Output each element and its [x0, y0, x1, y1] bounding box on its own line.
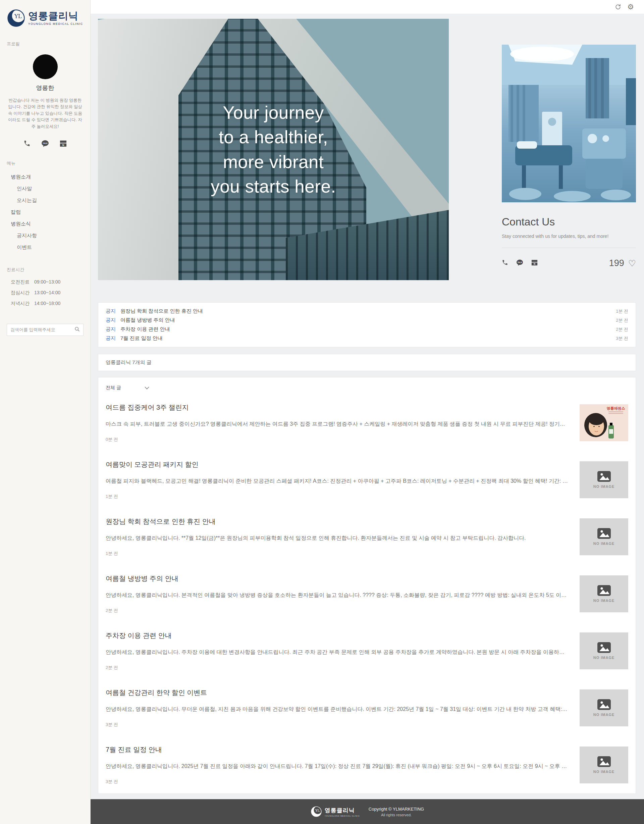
refresh-icon[interactable] — [615, 4, 621, 10]
post-time: 3분 전 — [106, 722, 570, 728]
search-box[interactable] — [7, 324, 83, 336]
post-excerpt: 안녕하세요, 영롱클리닉입니다. 무더운 여름철, 지친 몸과 마음을 위해 건… — [106, 706, 569, 713]
avatar[interactable] — [33, 54, 58, 79]
footer-copyright: Copyright © YLMARKETING All rights reser… — [369, 807, 424, 817]
post-excerpt: 안녕하세요, 영롱클리닉입니다. 주차장 이용에 대한 변경사항을 안내드립니다… — [106, 649, 569, 656]
notice-time: 3분 전 — [616, 335, 628, 341]
notice-time: 1분 전 — [616, 308, 628, 314]
post-item[interactable]: 여드름 집중케어 3주 챌린지 마스크 속 피부, 트러블로 고생 중이신가요?… — [106, 394, 628, 451]
clinic-name-en: YOUNGLONG MEDICAL CLINIC — [28, 22, 83, 26]
notice-badge: 공지 — [106, 326, 116, 332]
notice-row[interactable]: 공지 7월 진료 일정 안내 3분 전 — [106, 334, 628, 343]
post-excerpt: 마스크 속 피부, 트러블로 고생 중이신가요? 영롱클리닉에서 제안하는 여드… — [106, 421, 569, 428]
post-time: 0분 전 — [106, 437, 570, 443]
post-item[interactable]: 주차장 이용 관련 안내 안녕하세요, 영롱클리닉입니다. 주차장 이용에 대한… — [106, 623, 628, 679]
hours-row: 저녁시간 14:00~18:00 — [7, 298, 83, 309]
no-image-label: NO IMAGE — [593, 598, 615, 603]
post-title[interactable]: 여름철 건강관리 한약 할인 이벤트 — [106, 688, 570, 697]
post-item[interactable]: 여름맞이 모공관리 패키지 할인 여름철 피지와 블랙헤드, 모공고민 해결! … — [106, 451, 628, 508]
post-item[interactable]: 7월 진료 일정 안내 안녕하세요, 영롱클리닉입니다. 2025년 7월 진료… — [106, 736, 628, 793]
notice-time: 2분 전 — [616, 317, 628, 323]
clinic-room-photo — [502, 45, 636, 202]
notice-title[interactable]: 7월 진료 일정 안내 — [120, 335, 163, 341]
sidebar-item-greeting[interactable]: 인사말 — [7, 183, 83, 195]
sidebar-item-notice[interactable]: 공지사항 — [7, 230, 83, 241]
post-excerpt: 안녕하세요, 영롱클리닉입니다. **7월 12일(금)**은 원장님의 피부미… — [106, 535, 569, 542]
essence-ad-image: 영롱에센스 — [579, 404, 628, 441]
notice-title[interactable]: 원장님 학회 참석으로 인한 휴진 안내 — [120, 308, 203, 314]
post-title[interactable]: 여름철 냉방병 주의 안내 — [106, 574, 570, 583]
profile-name: 영롱한 — [7, 84, 83, 92]
chevron-down-icon[interactable] — [144, 386, 149, 389]
post-excerpt: 여름철 피지와 블랙헤드, 모공고민 해결! 영롱클리닉이 준비한 모공관리 스… — [106, 478, 569, 485]
post-item[interactable]: 원장님 학회 참석으로 인한 휴진 안내 안녕하세요, 영롱클리닉입니다. **… — [106, 508, 628, 565]
sidebar-item-column[interactable]: 칼럼 — [7, 206, 83, 218]
kakao-talk-icon[interactable]: TALK — [41, 140, 49, 147]
no-image-placeholder: NO IMAGE — [579, 689, 628, 726]
search-icon[interactable] — [74, 326, 80, 333]
sidebar-item-hospital-intro[interactable]: 병원소개 — [7, 171, 83, 183]
notice-row[interactable]: 공지 주차장 이용 관련 안내 2분 전 — [106, 325, 628, 334]
post-excerpt: 안녕하세요, 영롱클리닉입니다. 본격적인 여름철을 맞아 냉방병 증상을 호소… — [106, 592, 569, 599]
gear-icon[interactable]: ⚙ — [627, 3, 634, 11]
svg-text:N: N — [533, 263, 535, 265]
sidebar-item-event[interactable]: 이벤트 — [7, 241, 83, 253]
contact-title: Contact Us — [502, 216, 636, 228]
no-image-label: NO IMAGE — [593, 484, 615, 489]
post-item[interactable]: 여름철 냉방병 주의 안내 안녕하세요, 영롱클리닉입니다. 본격적인 여름철을… — [106, 565, 628, 623]
post-title[interactable]: 7월 진료 일정 안내 — [106, 745, 570, 754]
contact-card: Contact Us Stay connected with us for up… — [502, 45, 636, 280]
main-content: Your journey to a healthier, more vibran… — [98, 19, 636, 819]
no-image-label: NO IMAGE — [593, 770, 615, 774]
hours-label: 저녁시간 — [11, 301, 29, 307]
image-icon — [597, 756, 611, 767]
no-image-placeholder: NO IMAGE — [579, 747, 628, 783]
notice-row[interactable]: 공지 여름철 냉방병 주의 안내 2분 전 — [106, 316, 628, 325]
like-count: 199 — [609, 258, 624, 268]
post-thumbnail[interactable]: 영롱에센스 — [579, 404, 628, 441]
phone-icon[interactable] — [23, 140, 31, 147]
filter-label[interactable]: 전체 글 — [106, 385, 121, 391]
post-item[interactable]: 여름철 건강관리 한약 할인 이벤트 안녕하세요, 영롱클리닉입니다. 무더운 … — [106, 679, 628, 736]
no-image-placeholder: NO IMAGE — [579, 461, 628, 498]
image-icon — [597, 699, 611, 710]
post-title[interactable]: 여름맞이 모공관리 패키지 할인 — [106, 460, 570, 469]
notice-title[interactable]: 주차장 이용 관련 안내 — [120, 326, 170, 332]
naver-blog-icon[interactable]: N — [531, 259, 538, 267]
post-time: 2분 전 — [106, 665, 570, 671]
footer: YL 영롱클리닉 YOUNGLONG MEDICAL CLINIC Copyri… — [91, 799, 644, 824]
hours-row: 오전진료 09:00~13:00 — [7, 277, 83, 287]
notice-row[interactable]: 공지 원장님 학회 참석으로 인한 휴진 안내 1분 전 — [106, 307, 628, 316]
hours-row: 점심시간 13:00~14:00 — [7, 287, 83, 298]
post-title[interactable]: 원장님 학회 참석으로 인한 휴진 안내 — [106, 517, 570, 526]
search-input[interactable] — [11, 327, 74, 332]
no-image-label: NO IMAGE — [593, 541, 615, 546]
post-filter-dropdown[interactable]: 전체 글 — [106, 377, 628, 394]
hero-line: Your journey — [211, 100, 336, 125]
kakao-talk-icon[interactable]: TALK — [516, 259, 523, 267]
post-time: 1분 전 — [106, 493, 570, 500]
heart-icon[interactable]: ♡ — [628, 259, 636, 268]
notice-badge: 공지 — [106, 317, 116, 323]
svg-text:TALK: TALK — [518, 261, 522, 263]
sidebar-item-hospital-news[interactable]: 병원소식 — [7, 218, 83, 230]
footer-logo: YL 영롱클리닉 YOUNGLONG MEDICAL CLINIC — [310, 806, 360, 817]
notice-list: 공지 원장님 학회 참석으로 인한 휴진 안내 1분 전 공지 여름철 냉방병 … — [98, 302, 636, 347]
hours-label: 점심시간 — [11, 290, 29, 296]
phone-icon[interactable] — [502, 259, 508, 267]
sidebar-item-directions[interactable]: 오시는길 — [7, 195, 83, 206]
svg-text:YL: YL — [315, 809, 320, 812]
no-image-label: NO IMAGE — [593, 656, 615, 660]
notice-title[interactable]: 여름철 냉방병 주의 안내 — [120, 317, 175, 323]
rights-text: All rights reserved. — [369, 813, 424, 817]
post-title[interactable]: 주차장 이용 관련 안내 — [106, 631, 570, 640]
naver-blog-icon[interactable]: N — [60, 140, 67, 147]
no-image-label: NO IMAGE — [593, 713, 615, 716]
clinic-logo[interactable]: YL 영롱클리닉 YOUNGLONG MEDICAL CLINIC — [7, 9, 83, 28]
hero-headline: Your journey to a healthier, more vibran… — [98, 19, 449, 280]
svg-text:영롱에센스: 영롱에센스 — [607, 406, 625, 410]
posts-count-header: 영롱클리닉 7개의 글 — [98, 354, 636, 371]
post-title[interactable]: 여드름 집중케어 3주 챌린지 — [106, 403, 570, 412]
hero-banner: Your journey to a healthier, more vibran… — [98, 19, 449, 280]
divider — [502, 248, 636, 248]
